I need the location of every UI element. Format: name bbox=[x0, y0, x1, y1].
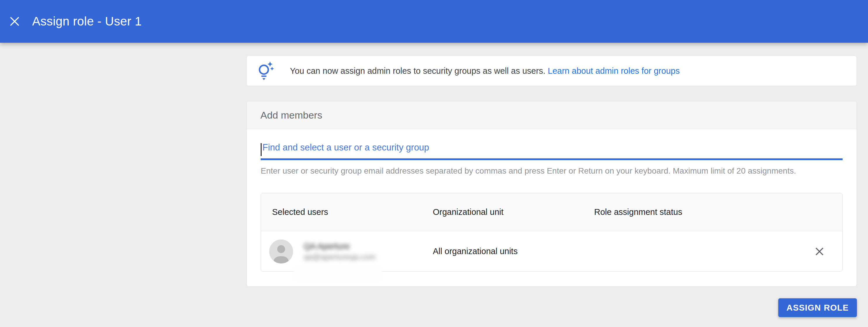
search-field-wrap bbox=[261, 129, 843, 160]
avatar bbox=[269, 240, 293, 264]
column-header-role-assignment-status: Role assignment status bbox=[594, 207, 842, 217]
user-name: QA Aperture bbox=[304, 241, 376, 252]
section-title: Add members bbox=[260, 109, 322, 121]
add-members-card: Add members Enter user or security group… bbox=[246, 101, 857, 287]
selected-users-table-zone: Selected users Organizational unit Role … bbox=[261, 193, 843, 272]
column-header-organizational-unit: Organizational unit bbox=[433, 207, 594, 217]
dialog-title: Assign role - User 1 bbox=[32, 15, 142, 28]
remove-user-button[interactable] bbox=[811, 243, 828, 260]
table-header-row: Selected users Organizational unit Role … bbox=[261, 193, 842, 231]
content-column: You can now assign admin roles to securi… bbox=[246, 56, 857, 317]
selected-users-table: Selected users Organizational unit Role … bbox=[261, 193, 843, 272]
banner-text: You can now assign admin roles to securi… bbox=[290, 66, 680, 76]
user-email: qa@apertureqa.com bbox=[304, 252, 376, 262]
member-search-input[interactable] bbox=[261, 141, 843, 160]
org-unit-cell: All organizational units bbox=[433, 246, 594, 256]
appbar: Assign role - User 1 bbox=[0, 0, 868, 43]
table-row: QA Aperture qa@apertureqa.com All organi… bbox=[261, 231, 842, 271]
text-caret bbox=[261, 143, 261, 156]
learn-more-link[interactable]: Learn about admin roles for groups bbox=[548, 66, 680, 76]
close-icon bbox=[9, 16, 20, 27]
close-button[interactable] bbox=[4, 11, 25, 32]
user-identity-redacted: QA Aperture qa@apertureqa.com bbox=[304, 241, 376, 262]
user-cell: QA Aperture qa@apertureqa.com bbox=[261, 240, 433, 264]
info-banner: You can now assign admin roles to securi… bbox=[246, 56, 857, 86]
banner-message: You can now assign admin roles to securi… bbox=[290, 66, 545, 76]
assign-role-button[interactable]: ASSIGN ROLE bbox=[778, 298, 857, 317]
remove-x-icon bbox=[815, 247, 824, 256]
footer-actions: ASSIGN ROLE bbox=[246, 298, 857, 317]
helper-text: Enter user or security group email addre… bbox=[261, 166, 843, 176]
section-header: Add members bbox=[247, 101, 857, 129]
lightbulb-sparkle-icon bbox=[257, 60, 274, 81]
card-body: Enter user or security group email addre… bbox=[247, 129, 857, 286]
column-header-selected-users: Selected users bbox=[261, 207, 433, 217]
